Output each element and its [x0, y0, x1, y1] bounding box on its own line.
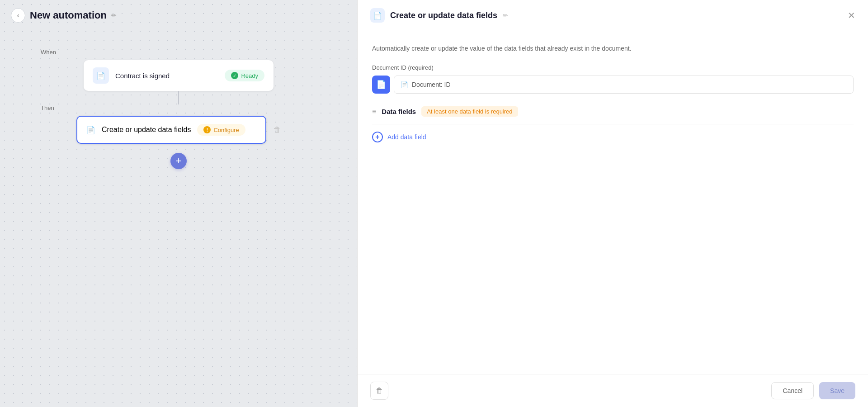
- add-step-button[interactable]: +: [170, 153, 187, 169]
- document-id-field[interactable]: 📄 Document: ID: [394, 76, 854, 94]
- right-header-doc-icon: 📄: [370, 8, 385, 23]
- document-id-value: Document: ID: [412, 81, 451, 88]
- data-fields-warning-badge: At least one data field is required: [421, 106, 518, 117]
- save-button[interactable]: Save: [819, 382, 855, 399]
- trigger-title: Contract is signed: [115, 72, 218, 80]
- then-label: Then: [41, 104, 54, 111]
- document-id-label: Document ID (required): [372, 64, 854, 71]
- footer-delete-button[interactable]: 🗑: [370, 382, 388, 400]
- page-title: New automation: [30, 9, 107, 21]
- data-fields-section-title: Data fields: [382, 108, 416, 115]
- document-id-icon: 📄: [372, 76, 390, 94]
- data-fields-section-row: ≡ Data fields At least one data field is…: [372, 106, 854, 117]
- action-icon: 📄: [86, 126, 95, 134]
- right-header-edit-icon[interactable]: ✏: [503, 12, 508, 19]
- add-field-plus-icon: +: [372, 132, 383, 142]
- canvas-area: When 📄 Contract is signed ✓ Ready Then 📄…: [0, 31, 357, 187]
- footer-delete-icon: 🗑: [376, 387, 383, 395]
- right-header-title: Create or update data fields: [390, 11, 497, 20]
- warning-icon: !: [203, 126, 211, 133]
- close-icon: ✕: [848, 10, 855, 20]
- right-content: Automatically create or update the value…: [358, 31, 868, 374]
- back-icon: ‹: [17, 12, 19, 19]
- right-header: 📄 Create or update data fields ✏ ✕: [358, 0, 868, 31]
- right-panel: 📄 Create or update data fields ✏ ✕ Autom…: [357, 0, 868, 407]
- connector-line: [178, 91, 179, 104]
- trigger-icon: 📄: [93, 67, 109, 84]
- page-title-edit-icon[interactable]: ✏: [111, 12, 117, 19]
- action-card[interactable]: 📄 Create or update data fields ! Configu…: [76, 116, 266, 144]
- data-fields-section-icon: ≡: [372, 108, 376, 116]
- then-section: Then 📄 Create or update data fields ! Co…: [18, 104, 339, 144]
- check-icon: ✓: [231, 72, 238, 79]
- cancel-button[interactable]: Cancel: [771, 382, 814, 399]
- close-button[interactable]: ✕: [848, 10, 855, 21]
- ready-badge: ✓ Ready: [225, 70, 264, 81]
- section-divider: [372, 124, 854, 124]
- add-step-icon: +: [176, 155, 182, 167]
- field-file-icon: 📄: [401, 81, 408, 88]
- when-label: When: [41, 49, 56, 56]
- trigger-card[interactable]: 📄 Contract is signed ✓ Ready: [84, 60, 274, 91]
- add-data-field-button[interactable]: + Add data field: [372, 132, 854, 142]
- ready-label: Ready: [241, 72, 258, 79]
- footer-actions: Cancel Save: [771, 382, 855, 399]
- back-button[interactable]: ‹: [11, 8, 25, 23]
- delete-action-icon[interactable]: 🗑: [274, 126, 281, 134]
- configure-label: Configure: [213, 127, 239, 133]
- document-id-row: 📄 📄 Document: ID: [372, 76, 854, 94]
- left-panel: ‹ New automation ✏ When 📄 Contract is si…: [0, 0, 357, 407]
- action-title: Create or update data fields: [102, 126, 191, 134]
- right-footer: 🗑 Cancel Save: [358, 374, 868, 407]
- top-bar: ‹ New automation ✏: [0, 0, 357, 31]
- configure-badge[interactable]: ! Configure: [197, 124, 245, 136]
- add-field-label: Add data field: [387, 133, 426, 141]
- right-header-left: 📄 Create or update data fields ✏: [370, 8, 508, 23]
- description-text: Automatically create or update the value…: [372, 44, 854, 53]
